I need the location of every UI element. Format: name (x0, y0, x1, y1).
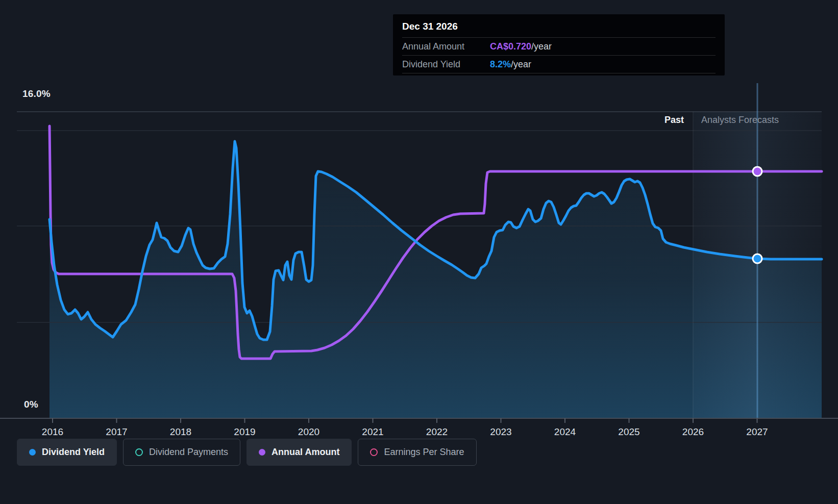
tooltip-row-value: CA$0.720 (490, 41, 531, 52)
past-region-label: Past (653, 115, 684, 125)
x-axis-label: 2023 (490, 426, 511, 437)
y-axis-min-label: 0% (24, 399, 38, 410)
chart-tooltip: Dec 31 2026 Annual AmountCA$0.720/yearDi… (393, 14, 725, 75)
x-axis-label: 2020 (298, 426, 319, 437)
annual-amount-series-icon (259, 449, 265, 456)
x-axis-label: 2026 (682, 426, 704, 437)
tooltip-row-annual-amount: Annual AmountCA$0.720/year (402, 37, 716, 55)
legend-label: Earnings Per Share (384, 447, 464, 458)
legend-button-earnings-per-share[interactable]: Earnings Per Share (358, 439, 476, 466)
x-axis-label: 2021 (362, 426, 383, 437)
chart-legend: Dividend YieldDividend PaymentsAnnual Am… (17, 439, 477, 466)
tooltip-row-suffix: /year (531, 41, 552, 52)
earnings-per-share-series-icon (370, 448, 378, 456)
tooltip-row-suffix: /year (511, 59, 531, 70)
dividend-payments-series-icon (135, 448, 143, 456)
tooltip-row-label: Annual Amount (402, 41, 490, 52)
x-axis-label: 2027 (746, 426, 768, 437)
legend-label: Annual Amount (272, 447, 339, 458)
legend-button-dividend-payments[interactable]: Dividend Payments (123, 439, 240, 466)
dividend-yield-series-icon (29, 449, 36, 456)
tooltip-row-dividend-yield: Dividend Yield8.2%/year (402, 55, 716, 73)
x-axis-label: 2025 (618, 426, 639, 437)
x-axis-label: 2019 (234, 426, 255, 437)
tooltip-row-label: Dividend Yield (402, 59, 490, 70)
x-axis-label: 2018 (170, 426, 191, 437)
legend-label: Dividend Payments (149, 447, 228, 458)
x-axis-label: 2017 (106, 426, 127, 437)
legend-button-annual-amount[interactable]: Annual Amount (247, 439, 352, 466)
legend-button-dividend-yield[interactable]: Dividend Yield (17, 439, 117, 466)
tooltip-row-value: 8.2% (490, 59, 511, 70)
forecast-region-shading-right (757, 112, 822, 418)
tooltip-date: Dec 31 2026 (402, 21, 716, 37)
forecast-region-shading (693, 112, 757, 418)
chart-canvas[interactable]: 2016201720182019202020212022202320242025… (0, 0, 838, 504)
x-axis-label: 2024 (554, 426, 576, 437)
x-axis-label: 2016 (42, 426, 63, 437)
y-axis-max-label: 16.0% (22, 88, 51, 99)
dividend-chart-page: 2016201720182019202020212022202320242025… (0, 0, 838, 504)
analysts-forecasts-region-label: Analysts Forecasts (701, 115, 779, 125)
annual-amount-marker[interactable] (753, 167, 762, 176)
legend-label: Dividend Yield (42, 447, 105, 458)
x-axis-label: 2022 (426, 426, 448, 437)
dividend-yield-marker[interactable] (753, 254, 762, 263)
